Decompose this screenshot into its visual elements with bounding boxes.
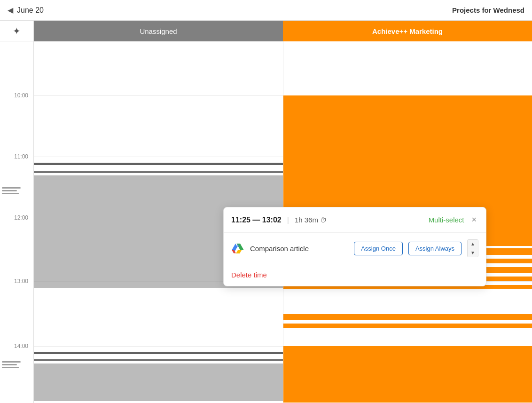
popup-arrow xyxy=(223,242,224,252)
time-labels-column: 10:00 11:00 12:00 13:00 14:00 xyxy=(0,41,34,403)
popup-header: 11:25 — 13:02 | 1h 36m ⏱ Multi-select × xyxy=(224,207,486,233)
text-lines-icon xyxy=(2,187,21,194)
orange-stripe-7 xyxy=(283,324,532,328)
assign-always-button[interactable]: Assign Always xyxy=(408,242,462,255)
duration-text: 1h 36m xyxy=(295,216,318,224)
multiselect-button[interactable]: Multi-select xyxy=(429,216,464,224)
assign-once-button[interactable]: Assign Once xyxy=(354,242,403,255)
projects-title: Projects for Wednesd xyxy=(452,6,524,14)
scroll-controls: ▲ ▼ xyxy=(467,239,478,257)
text-lines-icon-2 xyxy=(2,361,21,368)
gray-block-bottom[interactable] xyxy=(34,363,283,401)
time-label-11: 11:00 xyxy=(0,153,32,160)
dark-bar-2 xyxy=(34,171,283,173)
time-label-12: 12:00 xyxy=(0,214,32,221)
task-name: Comparison article xyxy=(250,245,348,253)
task-row: Comparison article Assign Once Assign Al… xyxy=(224,233,486,264)
header-date: June 20 xyxy=(17,6,44,15)
column-header-unassigned: Unassigned xyxy=(34,21,283,41)
dark-bar-3 xyxy=(34,352,283,354)
back-chevron-icon[interactable]: ◀ xyxy=(8,6,13,15)
wand-button[interactable]: ✦ xyxy=(0,21,34,41)
close-button[interactable]: × xyxy=(469,214,478,226)
hour-line-11 xyxy=(34,157,283,157)
scroll-down-button[interactable]: ▼ xyxy=(468,248,478,257)
time-label-13: 13:00 xyxy=(0,278,32,284)
time-label-10: 10:00 xyxy=(0,92,32,99)
column-header-achieve: Achieve++ Marketing xyxy=(283,21,532,41)
popup-duration: 1h 36m ⏱ xyxy=(295,216,327,224)
delete-time-button[interactable]: Delete time xyxy=(231,271,267,279)
header-nav[interactable]: ◀ June 20 xyxy=(8,6,44,15)
dark-bar-1 xyxy=(34,163,283,165)
orange-block-bottom[interactable] xyxy=(283,346,532,403)
delete-row: Delete time xyxy=(224,264,486,286)
dark-bar-4 xyxy=(34,359,283,361)
scroll-up-button[interactable]: ▲ xyxy=(468,240,478,248)
orange-stripe-6 xyxy=(283,314,532,320)
clock-icon: ⏱ xyxy=(320,216,327,224)
task-popup: 11:25 — 13:02 | 1h 36m ⏱ Multi-select × … xyxy=(223,207,486,286)
hour-line-10 xyxy=(34,95,283,96)
popup-time-range: 11:25 — 13:02 xyxy=(231,216,282,224)
popup-separator: | xyxy=(287,216,289,224)
wand-icon: ✦ xyxy=(13,25,21,37)
drive-icon xyxy=(231,242,244,255)
time-label-14: 14:00 xyxy=(0,343,32,349)
hour-line-14 xyxy=(34,346,283,347)
